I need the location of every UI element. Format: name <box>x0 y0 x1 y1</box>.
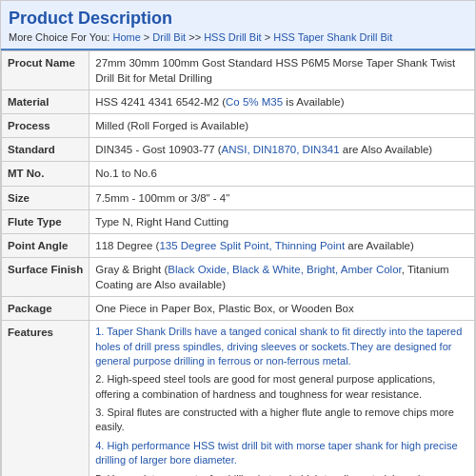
label-process: Process <box>2 114 89 138</box>
value-surface-finish: Gray & Bright (Black Oxide, Black & Whit… <box>89 257 475 296</box>
breadcrumb-home[interactable]: Home <box>112 31 140 43</box>
value-size: 7.5mm - 100mm or 3/8" - 4" <box>89 186 475 209</box>
value-flute-type: Type N, Right Hand Cutting <box>89 209 475 233</box>
label-mt-no: MT No. <box>2 162 89 186</box>
value-mt-no: No.1 to No.6 <box>89 162 475 186</box>
value-package: One Piece in Paper Box, Plastic Box, or … <box>89 297 475 321</box>
breadcrumb-label: More Choice For You: <box>9 31 112 43</box>
label-point-angle: Point Angle <box>2 233 89 257</box>
breadcrumb-hss-drill-bit[interactable]: HSS Drill Bit <box>204 31 262 43</box>
table-row: Process Milled (Roll Forged is Available… <box>2 114 475 138</box>
value-features: 1. Taper Shank Drills have a tanged coni… <box>89 321 475 476</box>
label-size: Size <box>2 186 89 209</box>
label-procut-name: Procut Name <box>2 51 89 90</box>
page-title: Product Description <box>9 9 467 29</box>
breadcrumb-drill-bit[interactable]: Drill Bit <box>152 31 186 43</box>
table-row: Package One Piece in Paper Box, Plastic … <box>2 297 475 321</box>
list-item: 3. Spiral flutes are constructed with a … <box>95 406 468 435</box>
list-item: 4. High performance HSS twist drill bit … <box>95 439 468 468</box>
label-surface-finish: Surface Finish <box>2 257 89 296</box>
table-row: Material HSS 4241 4341 6542-M2 (Co 5% M3… <box>2 90 475 114</box>
label-features: Features <box>2 321 89 476</box>
features-list: 1. Taper Shank Drills have a tanged coni… <box>95 325 468 476</box>
label-standard: Standard <box>2 138 89 162</box>
standard-blue: ANSI, DIN1870, DIN341 <box>222 144 340 155</box>
table-row: Procut Name 27mm 30mm 100mm Gost Standar… <box>2 51 475 90</box>
app-container: Product Description More Choice For You:… <box>0 0 476 476</box>
table-row-features: Features 1. Taper Shank Drills have a ta… <box>2 321 475 476</box>
breadcrumb: More Choice For You: Home > Drill Bit >>… <box>9 31 467 43</box>
table-row: Point Angle 118 Degree (135 Degree Split… <box>2 233 475 257</box>
value-material: HSS 4241 4341 6542-M2 (Co 5% M35 is Avai… <box>89 90 475 114</box>
feature-1-blue: 1. Taper Shank Drills have a tanged coni… <box>95 326 462 367</box>
table-row: Flute Type Type N, Right Hand Cutting <box>2 209 475 233</box>
surface-finish-blue: Black Oxide, Black & White, Bright, Ambe… <box>168 264 401 275</box>
value-point-angle: 118 Degree (135 Degree Split Point, Thin… <box>89 233 475 257</box>
product-table: Procut Name 27mm 30mm 100mm Gost Standar… <box>1 50 475 476</box>
table-row: Standard DIN345 - Gost 10903-77 (ANSI, D… <box>2 138 475 162</box>
value-procut-name: 27mm 30mm 100mm Gost Standard HSS P6M5 M… <box>89 51 475 90</box>
label-package: Package <box>2 297 89 321</box>
point-angle-blue: 135 Degree Split Point, Thinning Point <box>159 240 345 251</box>
list-item: 2. High-speed steel tools are good for m… <box>95 372 468 402</box>
product-description-header: Product Description More Choice For You:… <box>1 1 475 50</box>
material-blue: Co 5% M35 <box>226 96 283 108</box>
value-process: Milled (Roll Forged is Available) <box>89 114 475 138</box>
table-row: Size 7.5mm - 100mm or 3/8" - 4" <box>2 186 475 209</box>
list-item: 5. Heavy-duty geometry for drilling in t… <box>95 472 468 476</box>
table-row: MT No. No.1 to No.6 <box>2 162 475 186</box>
label-material: Material <box>2 90 89 114</box>
list-item: 1. Taper Shank Drills have a tanged coni… <box>95 325 468 368</box>
breadcrumb-hss-taper[interactable]: HSS Taper Shank Drill Bit <box>273 31 392 43</box>
feature-4-blue: 4. High performance HSS twist drill bit … <box>95 440 457 466</box>
label-flute-type: Flute Type <box>2 209 89 233</box>
table-row: Surface Finish Gray & Bright (Black Oxid… <box>2 257 475 296</box>
value-standard: DIN345 - Gost 10903-77 (ANSI, DIN1870, D… <box>89 138 475 162</box>
